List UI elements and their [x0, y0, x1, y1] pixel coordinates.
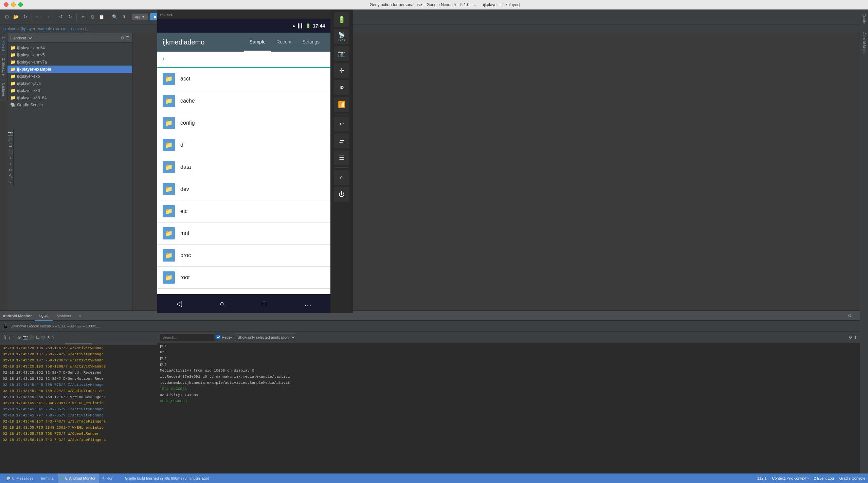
capture-video-btn[interactable]: 🎥: [8, 137, 13, 142]
tree-item-x86-64[interactable]: 📁 ijkplayer-x86_64: [7, 94, 132, 101]
regex-checkbox[interactable]: [216, 335, 220, 339]
nav-back-btn[interactable]: ◁: [176, 299, 182, 308]
capture-photo-btn[interactable]: 📷: [8, 130, 13, 136]
geny-wifi-btn[interactable]: 📶: [334, 97, 349, 112]
sidebar-collapse[interactable]: ☰: [126, 36, 129, 40]
terminal-tab[interactable]: Terminal: [37, 473, 58, 483]
redo-button[interactable]: ↻: [66, 13, 74, 21]
up-scroll-btn[interactable]: ↑: [8, 161, 13, 166]
tree-item-armv7a[interactable]: 📁 ijkplayer-armv7a: [7, 58, 132, 66]
file-item-data[interactable]: 📁 data: [157, 156, 330, 178]
settings-rail-btn[interactable]: ⚙: [8, 167, 13, 173]
tree-item-exo[interactable]: 📁 ijkplayer-exo: [7, 73, 132, 80]
file-item-mnt[interactable]: 📁 mnt: [157, 222, 330, 245]
nav-recents-btn[interactable]: □: [262, 299, 266, 308]
breadcrumb-java[interactable]: java: [74, 26, 82, 31]
copy-button[interactable]: ⎘: [88, 13, 96, 21]
event-log-link[interactable]: 2 Event Log: [814, 476, 834, 480]
geny-battery-btn[interactable]: 🔋: [334, 12, 349, 27]
search-prev-button[interactable]: ⬆: [120, 13, 128, 21]
breadcrumb-t[interactable]: t...: [85, 26, 89, 31]
tree-item-example[interactable]: 📁 ijkplayer-example: [7, 66, 132, 73]
minimize-button[interactable]: [11, 2, 16, 7]
build-variants-btn[interactable]: 🔨: [8, 173, 13, 179]
nav-tab-sample[interactable]: Sample: [244, 33, 271, 52]
right-log-settings-btn[interactable]: ⚙: [849, 335, 852, 340]
nav-home-btn[interactable]: ○: [220, 299, 224, 308]
geny-camera-btn[interactable]: 📷: [334, 46, 349, 61]
file-item-acct[interactable]: 📁 acct: [157, 68, 330, 90]
file-item-dev[interactable]: 📁 dev: [157, 178, 330, 200]
tree-item-gradle[interactable]: 🐘 Gradle Scripts: [7, 101, 132, 108]
log-filter-btn[interactable]: ⊕: [17, 335, 21, 340]
right-log-maximize-btn[interactable]: ⬆: [854, 335, 857, 340]
project-tab[interactable]: 1: Project: [0, 33, 7, 55]
nav-more-btn[interactable]: …: [304, 299, 311, 308]
nav-tab-recent[interactable]: Recent: [271, 33, 297, 52]
close-button[interactable]: [4, 2, 8, 7]
cut-button[interactable]: ✂: [79, 13, 87, 21]
android-monitor-tab[interactable]: ▶ 6: Android Monitor: [58, 473, 99, 483]
panel-settings-btn[interactable]: ⚙: [848, 314, 852, 318]
messages-tab[interactable]: 💬 0: Messages: [3, 473, 37, 483]
file-item-config[interactable]: 📁 config: [157, 112, 330, 134]
android-mode-tab[interactable]: Android Mode: [861, 28, 867, 57]
geny-power-btn[interactable]: ⏻: [334, 187, 349, 202]
log-star-btn[interactable]: ★: [47, 335, 51, 340]
file-item-d[interactable]: 📁 d: [157, 134, 330, 156]
logcat-tab[interactable]: logcat: [35, 311, 53, 321]
sidebar-settings[interactable]: ⚙: [121, 36, 124, 40]
tree-item-arm64[interactable]: 📁 ijkplayer-arm64: [7, 44, 132, 51]
log-term-btn[interactable]: ⊡: [36, 335, 40, 340]
down-scroll-btn[interactable]: ↓: [8, 155, 13, 160]
stop-btn[interactable]: ⬛: [8, 149, 13, 154]
more-tabs-btn[interactable]: »: [75, 311, 85, 321]
log-settings-btn2[interactable]: ⚙: [41, 335, 45, 340]
file-item-proc[interactable]: 📁 proc: [157, 245, 330, 267]
geny-back-btn[interactable]: ↩: [334, 117, 349, 131]
log-clear-btn[interactable]: 🗑: [2, 335, 7, 340]
structure-tab-left[interactable]: 2: Structure: [0, 55, 7, 79]
tree-item-java[interactable]: 📁 ijkplayer-java: [7, 80, 132, 87]
open-button[interactable]: 📂: [12, 13, 20, 21]
file-item-root[interactable]: 📁 root: [157, 267, 330, 289]
panel-minimize-btn[interactable]: —: [853, 314, 857, 318]
question-rail-btn[interactable]: ?: [8, 179, 13, 185]
breadcrumb-main[interactable]: main: [63, 26, 72, 31]
breadcrumb-ijkplayer-example[interactable]: ijkplayer-example: [20, 26, 52, 31]
tree-item-armv5[interactable]: 📁 ijkplayer-armv5: [7, 51, 132, 58]
log-question-btn[interactable]: ?: [52, 335, 54, 340]
sync-button[interactable]: ↻: [21, 13, 29, 21]
gradle-tab[interactable]: Gradle: [861, 10, 867, 28]
log-scroll-btn[interactable]: ↓: [8, 335, 11, 340]
geny-id-btn[interactable]: ID: [334, 80, 349, 95]
log-screenshot-btn[interactable]: 📷: [22, 335, 28, 340]
android-dropdown[interactable]: Android: [10, 35, 33, 41]
paste-button[interactable]: 📋: [97, 13, 106, 21]
new-file-button[interactable]: ⊞: [3, 13, 11, 21]
breadcrumb-ijkplayer[interactable]: ijkplayer: [3, 26, 18, 31]
file-item-cache[interactable]: 📁 cache: [157, 90, 330, 112]
run-tab[interactable]: 4: Run: [99, 473, 116, 483]
back-button[interactable]: ←: [34, 13, 42, 21]
nav-tab-settings[interactable]: Settings: [297, 33, 325, 52]
log-scrollbar[interactable]: [65, 343, 92, 344]
breadcrumb-src[interactable]: src: [55, 26, 60, 31]
geny-window-btn[interactable]: ▱: [334, 133, 349, 148]
geny-menu-btn[interactable]: ☰: [334, 150, 349, 165]
file-path-input[interactable]: [163, 56, 325, 62]
file-item-etc[interactable]: 📁 etc: [157, 200, 330, 222]
captures-tab[interactable]: Captures: [0, 79, 7, 101]
log-up-btn[interactable]: ↑: [12, 335, 14, 340]
log-search-input[interactable]: [160, 334, 214, 341]
geny-move-btn[interactable]: ✛: [334, 63, 349, 78]
tree-item-x86[interactable]: 📁 ijkplayer-x86: [7, 87, 132, 94]
search-button[interactable]: 🔍: [111, 13, 119, 21]
forward-button[interactable]: →: [43, 13, 52, 21]
maximize-button[interactable]: [18, 2, 23, 7]
geny-gps-btn[interactable]: 📡 GPS: [334, 29, 349, 44]
logcat-btn[interactable]: ☰: [8, 143, 13, 148]
gradle-console-link[interactable]: Gradle Console: [839, 476, 865, 480]
undo-button[interactable]: ↺: [57, 13, 65, 21]
log-video-btn[interactable]: 🎥: [29, 335, 35, 340]
